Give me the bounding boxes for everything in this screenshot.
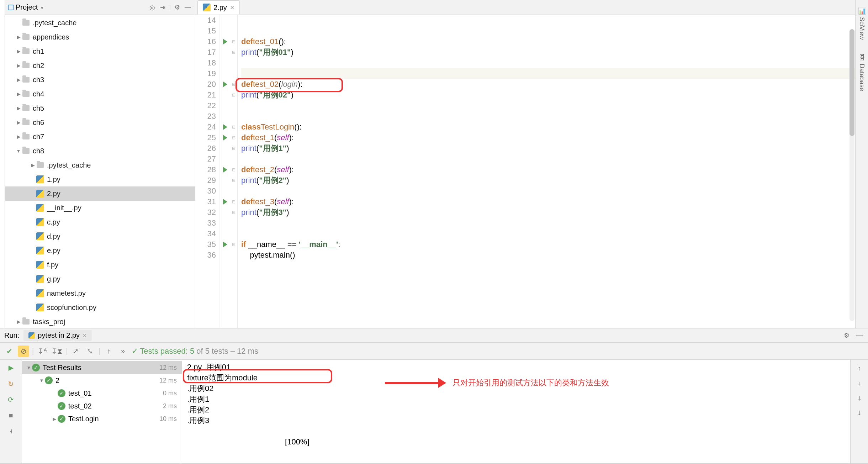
annotation-highlight-box-console [183, 369, 332, 383]
code-area[interactable]: def test_01(): print("用例01")def test_02(… [238, 15, 855, 328]
annotation-highlight-box [235, 78, 343, 92]
collapse-icon[interactable]: ⇥ [159, 3, 167, 12]
down-icon[interactable]: ↓ [854, 378, 864, 388]
fold-gutter[interactable]: ⊟⊟⊟⊟⊟⊟⊟⊟⊟⊟⊟⊟ [231, 15, 238, 328]
tree-item-ch7[interactable]: ▶ch7 [5, 130, 195, 144]
tree-item-epy[interactable]: e.py [5, 243, 195, 258]
stop-icon[interactable]: ■ [6, 410, 16, 420]
tree-item-nametestpy[interactable]: nametest.py [5, 286, 195, 300]
next-failed-icon[interactable]: » [117, 346, 129, 357]
tree-item-appendices[interactable]: ▶appendices [5, 30, 195, 44]
test-node-test_01[interactable]: ✓test_010 ms [22, 387, 182, 400]
editor-scrollbar[interactable] [850, 29, 854, 321]
database-tab[interactable]: 🗄Database [858, 54, 866, 91]
test-node-test_02[interactable]: ✓test_022 ms [22, 400, 182, 412]
run-tool-window: Run: pytest in 2.py ✕ ⚙ — ✔ ⊘ | ↧ᴬ ↧⧗ | … [0, 328, 868, 463]
project-icon [8, 5, 14, 10]
editor-pane: 2.py ✕ 141516171819202122232425262728293… [195, 0, 855, 328]
tree-item-1py[interactable]: 1.py [5, 172, 195, 186]
project-header: Project ▾ ◎ ⇥ | ⚙ — [5, 0, 195, 15]
rerun-icon[interactable] [6, 363, 16, 373]
tree-item-ch8[interactable]: ▼ch8 [5, 144, 195, 158]
editor-tab-2py[interactable]: 2.py ✕ [197, 0, 240, 15]
tests-passed-status: ✓ Tests passed: 5 of 5 tests – 12 ms [132, 347, 258, 356]
tree-item-ch1[interactable]: ▶ch1 [5, 44, 195, 58]
tree-item-ch6[interactable]: ▶ch6 [5, 115, 195, 130]
tree-item-pytest_cache[interactable]: ▶.pytest_cache [5, 158, 195, 172]
up-icon[interactable]: ↑ [854, 363, 864, 373]
python-icon [203, 4, 211, 11]
toggle-auto-icon[interactable]: ⟳ [6, 395, 16, 405]
tree-item-tasks_proj[interactable]: ▶tasks_proj [5, 315, 195, 328]
scroll-to-end-icon[interactable]: ⤓ [854, 408, 864, 418]
tree-item-2py[interactable]: 2.py [5, 186, 195, 201]
python-icon [28, 332, 35, 339]
gear-icon[interactable]: ⚙ [173, 3, 181, 12]
test-results-tree[interactable]: ▼✓Test Results12 ms▼✓212 ms✓test_010 ms✓… [22, 360, 182, 463]
hide-icon[interactable]: — [184, 3, 192, 12]
right-tool-rail: 📊SciView 🗄Database [855, 0, 868, 328]
locate-icon[interactable]: ◎ [148, 3, 157, 12]
console-output[interactable]: 只对开始引用的测试方法以下的类和方法生效 2.py .用例01fixture范围… [182, 360, 850, 463]
run-toolbar: ✔ ⊘ | ↧ᴬ ↧⧗ | ⤢ ⤡ | ↑ » ✓ Tests passed: … [0, 343, 868, 360]
arrow-icon [385, 382, 445, 384]
line-number-gutter: 1415161718192021222324252627282930313233… [195, 15, 220, 328]
run-header: Run: pytest in 2.py ✕ ⚙ — [0, 328, 868, 343]
run-label: Run: [4, 331, 19, 339]
show-passed-icon[interactable]: ✔ [4, 346, 15, 357]
editor-body[interactable]: 1415161718192021222324252627282930313233… [195, 15, 855, 328]
tree-item-gpy[interactable]: g.py [5, 272, 195, 286]
gear-icon[interactable]: ⚙ [842, 331, 851, 340]
tree-item-cpy[interactable]: c.py [5, 215, 195, 229]
editor-tab-label: 2.py [213, 4, 227, 12]
test-node-2[interactable]: ▼✓212 ms [22, 374, 182, 387]
rerun-failed-icon[interactable]: ↻ [6, 379, 16, 389]
collapse-all-icon[interactable]: ⤡ [84, 346, 95, 357]
run-tab-label: pytest in 2.py [38, 331, 80, 339]
tree-item-ch5[interactable]: ▶ch5 [5, 101, 195, 115]
console-right-toolbar: ↑ ↓ ⤵ ⤓ [850, 360, 868, 463]
tree-item-pytest_cache[interactable]: .pytest_cache [5, 16, 195, 30]
hide-icon[interactable]: — [855, 331, 864, 340]
test-node-TestLogin[interactable]: ▶✓TestLogin10 ms [22, 412, 182, 425]
editor-tabs: 2.py ✕ [195, 0, 855, 15]
soft-wrap-icon[interactable]: ⤵ [854, 393, 864, 403]
sciview-tab[interactable]: 📊SciView [858, 7, 866, 40]
tree-item-fpy[interactable]: f.py [5, 258, 195, 272]
run-gutter[interactable] [220, 15, 231, 328]
close-icon[interactable]: ✕ [230, 4, 234, 11]
sort-duration-icon[interactable]: ↧⧗ [51, 346, 62, 357]
left-rail [0, 0, 5, 328]
test-node-TestResults[interactable]: ▼✓Test Results12 ms [22, 361, 182, 374]
project-title[interactable]: Project ▾ [16, 3, 44, 12]
tree-item-__init__py[interactable]: __init__.py [5, 201, 195, 215]
tree-item-ch4[interactable]: ▶ch4 [5, 87, 195, 101]
close-icon[interactable]: ✕ [83, 333, 87, 338]
tree-item-ch2[interactable]: ▶ch2 [5, 58, 195, 73]
show-ignored-icon[interactable]: ⊘ [18, 346, 29, 357]
tree-item-scopfunctionpy[interactable]: scopfunction.py [5, 300, 195, 315]
tree-item-ch3[interactable]: ▶ch3 [5, 73, 195, 87]
prev-failed-icon[interactable]: ↑ [103, 346, 115, 357]
project-tree[interactable]: .pytest_cache▶appendices▶ch1▶ch2▶ch3▶ch4… [5, 15, 195, 328]
project-tool-window: Project ▾ ◎ ⇥ | ⚙ — .pytest_cache▶append… [5, 0, 195, 328]
layout-icon[interactable]: ⫞ [6, 426, 16, 436]
scroll-thumb[interactable] [850, 29, 854, 136]
expand-all-icon[interactable]: ⤢ [70, 346, 81, 357]
sort-icon[interactable]: ↧ᴬ [37, 346, 48, 357]
run-config-tab[interactable]: pytest in 2.py ✕ [23, 330, 92, 341]
tree-item-dpy[interactable]: d.py [5, 229, 195, 243]
run-left-toolbar: ↻ ⟳ ■ ⫞ [0, 360, 22, 463]
annotation-text: 只对开始引用的测试方法以下的类和方法生效 [452, 378, 609, 388]
annotation: 只对开始引用的测试方法以下的类和方法生效 [385, 378, 609, 388]
